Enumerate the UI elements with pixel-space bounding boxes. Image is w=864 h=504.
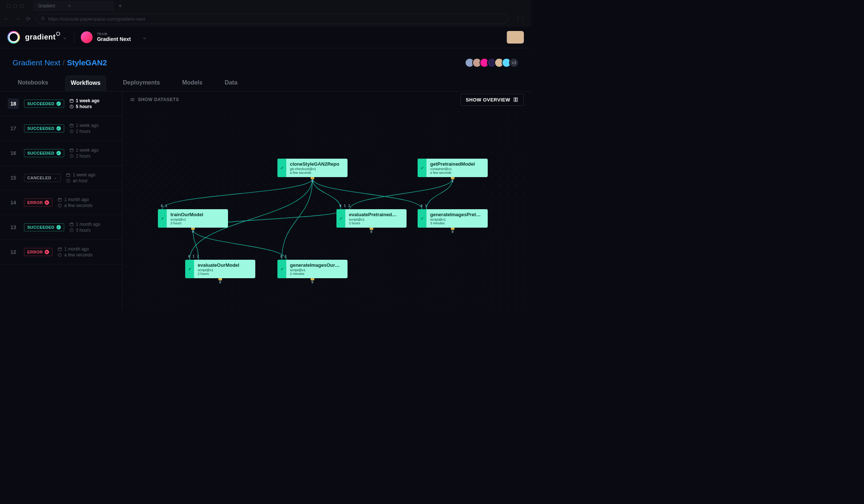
status-badge: ERROR ✕ (24, 199, 52, 207)
dag-node[interactable]: ✓getPretrainedModelcontainer@v1a few sec… (418, 159, 488, 177)
forward-button[interactable]: → (15, 15, 21, 22)
chevron-down-icon[interactable]: ⌄ (62, 34, 67, 41)
close-tab-icon[interactable]: × (68, 3, 71, 9)
port-out-label: 0 (311, 280, 313, 284)
dag-edge (426, 179, 453, 209)
tab-data[interactable]: Data (220, 76, 243, 91)
address-bar[interactable]: https://console.paperspace.com/gradient-… (36, 14, 508, 24)
dag-node[interactable]: ✓trainOurModelscript@v13 hours001 (158, 209, 228, 228)
dag: ✓cloneStyleGAN2Repogit-checkout@v1a few … (122, 108, 531, 310)
window-controls[interactable] (3, 4, 28, 8)
minimize-window-icon[interactable] (13, 4, 17, 8)
run-list[interactable]: 18SUCCEEDED ✓1 week ago5 hours17SUCCEEDE… (0, 92, 122, 310)
url-text: https://console.paperspace.com/gradient-… (48, 16, 145, 22)
run-item[interactable]: 15CANCELED –1 week agoan hour (1, 166, 122, 190)
calendar-icon (69, 123, 74, 128)
run-meta: 1 month ago3 hours (69, 222, 101, 233)
run-item[interactable]: 14ERROR ✕1 month agoa few seconds (1, 190, 122, 215)
dag-node[interactable]: ✓generateImagesOur…script@v12 minutes001 (277, 260, 348, 278)
dag-node[interactable]: ✓generateImagesPret…script@v13 minutes00… (418, 209, 488, 228)
node-subtitle: git-checkout@v1 (290, 167, 344, 171)
status-dot-icon: ✓ (56, 225, 61, 229)
collaborator-avatars[interactable]: +3 (467, 58, 519, 68)
new-tab-button[interactable]: + (114, 3, 126, 9)
port-in-label: 0 (280, 255, 282, 258)
port-in-label: 1 (344, 204, 346, 208)
clock-icon (69, 154, 74, 158)
check-icon: ✓ (277, 159, 286, 177)
clock-icon (69, 228, 74, 232)
tab-deployments[interactable]: Deployments (118, 76, 165, 91)
run-meta: 1 week ago2 hours (69, 123, 99, 134)
team-name: Gradient Next (97, 36, 131, 42)
svg-rect-9 (58, 199, 62, 201)
dag-edge (312, 179, 341, 209)
run-item[interactable]: 16SUCCEEDED ✓1 week ago2 hours (1, 141, 122, 166)
node-title: getPretrainedModel (430, 161, 484, 167)
run-item[interactable]: 18SUCCEEDED ✓1 week ago5 hours (0, 92, 122, 116)
close-window-icon[interactable] (7, 4, 11, 8)
dag-node[interactable]: ✓cloneStyleGAN2Repogit-checkout@v1a few … (277, 159, 348, 177)
dag-node[interactable]: ✓evaluateOurModelscript@v12 hours0012 (185, 260, 255, 278)
check-icon: ✓ (418, 159, 426, 177)
dag-edge (312, 179, 422, 209)
reload-button[interactable]: ⟳ (26, 15, 31, 23)
svg-rect-7 (67, 174, 70, 177)
node-duration: 2 minutes (290, 272, 344, 276)
maximize-window-icon[interactable] (20, 4, 24, 8)
dag-edges (122, 108, 531, 310)
avatar-more[interactable]: +3 (509, 58, 519, 68)
back-button[interactable]: ← (4, 15, 10, 22)
app-bar: gradient ⌄ TEAM Gradient Next ⌄ (0, 26, 531, 48)
check-icon: ✓ (277, 260, 286, 278)
status-badge: ERROR ✕ (24, 248, 52, 256)
svg-rect-1 (70, 100, 73, 103)
browser-tab[interactable]: Gradient × (33, 1, 114, 11)
status-dot-icon: ✓ (56, 126, 61, 131)
chevron-down-icon[interactable]: ⌄ (142, 34, 147, 41)
run-item[interactable]: 13SUCCEEDED ✓1 month ago3 hours (1, 215, 122, 240)
calendar-icon (66, 173, 70, 177)
svg-rect-11 (70, 223, 73, 226)
breadcrumb-parent[interactable]: Gradient Next (13, 58, 61, 67)
port-in-label: 0 (188, 255, 190, 258)
dag-node[interactable]: ✓evaluatePretrained…script@v12 hours0012 (336, 209, 407, 228)
run-item[interactable]: 12ERROR ✕1 month agoa few seconds (1, 240, 122, 265)
main: 18SUCCEEDED ✓1 week ago5 hours17SUCCEEDE… (0, 92, 531, 310)
check-icon: ✓ (336, 209, 345, 228)
dag-edge (282, 179, 312, 260)
show-overview-button[interactable]: SHOW OVERVIEW (460, 94, 524, 106)
logo[interactable]: gradient (7, 31, 56, 44)
node-duration: 2 hours (198, 272, 252, 276)
show-datasets-button[interactable]: SHOW DATASETS (130, 97, 179, 102)
status-badge: SUCCEEDED ✓ (24, 223, 64, 231)
node-duration: 3 hours (170, 221, 224, 225)
status-badge: SUCCEEDED ✓ (24, 124, 64, 132)
status-dot-icon: ✕ (45, 200, 49, 205)
port-in-label: 1 (425, 204, 427, 208)
port-in-label: 2 (197, 255, 199, 258)
browser-menu-icon[interactable]: ⋮⋮ (514, 16, 528, 21)
tab-workflows[interactable]: Workflows (65, 76, 106, 92)
tab-models[interactable]: Models (177, 76, 208, 91)
run-meta: 1 week agoan hour (66, 172, 95, 183)
workflow-canvas[interactable]: SHOW DATASETS SHOW OVERVIEW ✓cloneStyleG… (122, 92, 531, 310)
dag-edge (193, 229, 286, 260)
team-avatar-icon (81, 31, 93, 43)
node-subtitle: script@v1 (198, 268, 252, 272)
layers-icon (130, 97, 135, 102)
dag-edge (350, 179, 453, 209)
port-in-label: 0 (161, 204, 163, 208)
user-avatar[interactable] (506, 31, 524, 44)
node-subtitle: script@v1 (290, 268, 344, 272)
show-datasets-label: SHOW DATASETS (138, 97, 179, 102)
clock-icon (66, 179, 70, 183)
run-item[interactable]: 17SUCCEEDED ✓1 week ago2 hours (1, 116, 122, 141)
canvas-toolbar: SHOW DATASETS SHOW OVERVIEW (122, 92, 531, 108)
tab-notebooks[interactable]: Notebooks (13, 76, 53, 91)
breadcrumb-current[interactable]: StyleGAN2 (67, 58, 107, 67)
team-selector[interactable]: TEAM Gradient Next ⌄ (81, 31, 147, 43)
svg-rect-0 (42, 18, 44, 20)
breadcrumb-sep: / (63, 58, 65, 67)
port-in-label: 2 (348, 204, 350, 208)
